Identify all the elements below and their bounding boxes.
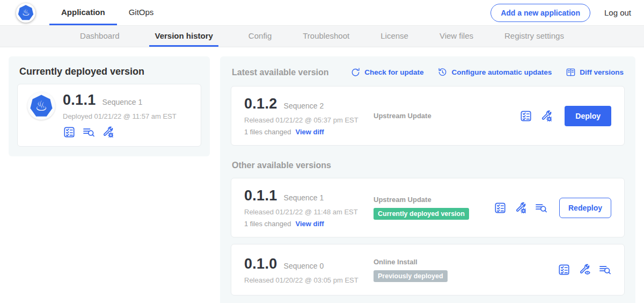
top-bar: ♨ Application GitOps Add a new applicati… <box>0 0 644 25</box>
previously-deployed-badge: Previously deployed <box>374 270 448 282</box>
subnav-troubleshoot[interactable]: Troubleshoot <box>302 26 350 47</box>
topbar-actions: Add a new application Log out <box>491 0 631 25</box>
deployed-version-number: 0.1.1 <box>63 92 96 109</box>
version-actions <box>558 263 611 276</box>
files-changed-label: 1 files changed <box>244 128 291 136</box>
checklist-icon[interactable] <box>63 126 76 139</box>
released-timestamp: Released 01/21/22 @ 05:37 pm EST <box>244 116 374 124</box>
subnav-dashboard[interactable]: Dashboard <box>79 26 120 47</box>
checklist-icon[interactable] <box>519 110 532 122</box>
wrench-gear-icon[interactable] <box>101 126 114 139</box>
deployed-version-card: ♨ 0.1.1 Sequence 1 Deployed 01/21/22 @ 1… <box>17 84 201 147</box>
clock-refresh-icon <box>437 67 448 77</box>
kubernetes-logo: ♨ <box>16 3 35 23</box>
logout-link[interactable]: Log out <box>604 8 631 17</box>
sequence-label: Sequence 2 <box>284 102 324 110</box>
version-row-0-1-0: 0.1.0 Sequence 0 Released 01/20/22 @ 03:… <box>231 244 625 295</box>
version-source: Upstream Update <box>374 112 519 120</box>
version-number: 0.1.1 <box>244 187 277 204</box>
latest-available-title: Latest available version <box>232 68 329 77</box>
kubernetes-helm-icon: ♨ <box>18 5 34 20</box>
diff-versions-label: Diff versions <box>580 68 624 76</box>
view-diff-link[interactable]: View diff <box>295 128 324 136</box>
app-subnav: Dashboard Version history Config Trouble… <box>0 25 644 47</box>
deployed-panel-title: Currently deployed version <box>19 66 199 77</box>
version-actions: Deploy <box>519 106 611 126</box>
source-label: Upstream Update <box>374 112 519 120</box>
version-row-0-1-2: 0.1.2 Sequence 2 Released 01/21/22 @ 05:… <box>231 86 625 146</box>
deployed-icon-row <box>63 126 177 139</box>
logs-search-icon[interactable] <box>82 126 95 139</box>
version-number: 0.1.0 <box>244 256 277 272</box>
wrench-gear-icon[interactable] <box>540 110 553 122</box>
view-diff-link[interactable]: View diff <box>295 220 324 228</box>
configure-automatic-updates-label: Configure automatic updates <box>451 68 552 76</box>
other-versions-title: Other available versions <box>232 161 624 170</box>
currently-deployed-panel: Currently deployed version ♨ 0.1.1 Seque… <box>9 56 210 156</box>
version-source: Online Install Previously deployed <box>374 258 558 282</box>
version-number: 0.1.2 <box>244 96 277 112</box>
main-content: Currently deployed version ♨ 0.1.1 Seque… <box>0 47 644 303</box>
deploy-button[interactable]: Deploy <box>565 106 611 126</box>
wrench-eye-icon[interactable] <box>578 263 591 276</box>
app-logo: ♨ <box>27 92 55 120</box>
configure-automatic-updates-link[interactable]: Configure automatic updates <box>437 67 552 77</box>
subnav-config[interactable]: Config <box>247 26 273 47</box>
kubernetes-helm-icon: ♨ <box>30 95 53 117</box>
version-row-0-1-1: 0.1.1 Sequence 1 Released 01/21/22 @ 11:… <box>231 178 625 237</box>
subnav-registry-settings[interactable]: Registry settings <box>503 26 565 47</box>
diff-columns-icon <box>566 67 576 77</box>
sequence-label: Sequence 0 <box>284 262 324 270</box>
currently-deployed-badge: Currently deployed version <box>374 208 469 220</box>
app-tabs: Application GitOps <box>49 0 165 25</box>
version-info: 0.1.0 Sequence 0 Released 01/20/22 @ 03:… <box>244 256 374 284</box>
checklist-icon[interactable] <box>558 263 570 276</box>
subnav-version-history[interactable]: Version history <box>149 26 218 47</box>
version-info: 0.1.1 Sequence 1 Released 01/21/22 @ 11:… <box>244 187 374 228</box>
wrench-gear-icon[interactable] <box>514 201 527 214</box>
sequence-label: Sequence 1 <box>284 193 324 202</box>
check-for-update-link[interactable]: Check for update <box>350 67 423 77</box>
version-source: Upstream Update Currently deployed versi… <box>374 196 494 220</box>
subnav-view-files[interactable]: View files <box>438 26 474 47</box>
released-timestamp: Released 01/20/22 @ 03:05 pm EST <box>244 276 374 284</box>
check-for-update-label: Check for update <box>364 68 423 76</box>
deployed-version-info: 0.1.1 Sequence 1 Deployed 01/21/22 @ 11:… <box>63 92 177 139</box>
version-actions: Redeploy <box>494 198 611 218</box>
checklist-icon[interactable] <box>494 201 507 214</box>
available-versions-panel: Latest available version Check for updat… <box>220 56 635 303</box>
files-changed-label: 1 files changed <box>244 220 291 228</box>
logs-search-icon[interactable] <box>598 263 611 276</box>
refresh-icon <box>350 67 361 77</box>
source-label: Upstream Update <box>374 196 494 204</box>
source-label: Online Install <box>374 258 558 266</box>
released-timestamp: Released 01/21/22 @ 11:48 am EST <box>244 208 374 216</box>
version-info: 0.1.2 Sequence 2 Released 01/21/22 @ 05:… <box>244 96 374 136</box>
add-application-button[interactable]: Add a new application <box>491 4 590 22</box>
panel-actions: Check for update Configure automatic upd… <box>350 67 624 77</box>
diff-versions-link[interactable]: Diff versions <box>566 67 624 77</box>
redeploy-button[interactable]: Redeploy <box>559 198 611 218</box>
tab-gitops[interactable]: GitOps <box>117 0 166 25</box>
deployed-timestamp: Deployed 01/21/22 @ 11:57 am EST <box>63 112 177 120</box>
subnav-license[interactable]: License <box>379 26 409 47</box>
logs-search-icon[interactable] <box>535 201 547 214</box>
tab-application[interactable]: Application <box>49 0 117 25</box>
deployed-sequence-label: Sequence 1 <box>103 98 143 106</box>
